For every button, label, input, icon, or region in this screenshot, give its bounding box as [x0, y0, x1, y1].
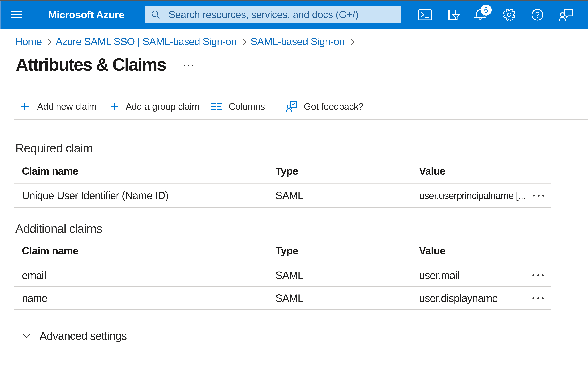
- additional-claims-table-header: Claim name Type Value: [14, 245, 551, 264]
- got-feedback-icon: [286, 101, 297, 112]
- help-button[interactable]: ?: [530, 1, 545, 29]
- svg-text:?: ?: [535, 10, 540, 19]
- feedback-button[interactable]: [558, 1, 574, 29]
- microsoft-azure-logo[interactable]: Microsoft Azure: [48, 1, 124, 29]
- breadcrumb-sso-app[interactable]: Azure SAML SSO | SAML-based Sign-on: [56, 35, 237, 48]
- cell-claim-name[interactable]: Unique User Identifier (Name ID): [22, 190, 275, 202]
- azure-portal-page: Microsoft Azure Search resources, servic…: [0, 0, 588, 372]
- search-placeholder: Search resources, services, and docs (G+…: [168, 9, 358, 20]
- columns-icon: [211, 102, 222, 111]
- bell-icon: 6: [472, 5, 495, 24]
- directory-filter-icon: [446, 9, 461, 21]
- cell-value: user.mail: [419, 269, 525, 281]
- toolbar-divider: [14, 119, 588, 120]
- gear-icon: [502, 8, 516, 21]
- add-new-claim-label: Add new claim: [37, 101, 97, 112]
- columns-button[interactable]: Columns: [211, 99, 265, 114]
- table-divider: [14, 207, 551, 208]
- got-feedback-button[interactable]: Got feedback?: [286, 99, 363, 114]
- add-group-claim-button[interactable]: Add a group claim: [110, 99, 200, 114]
- column-header-value[interactable]: Value: [419, 245, 525, 257]
- breadcrumb-chevron-icon: [351, 39, 355, 45]
- breadcrumb-chevron-icon: [48, 39, 52, 45]
- column-header-type[interactable]: Type: [275, 245, 419, 257]
- cell-claim-name[interactable]: name: [22, 292, 275, 304]
- table-divider: [14, 309, 551, 310]
- got-feedback-label: Got feedback?: [304, 101, 363, 112]
- directory-filter-button[interactable]: [446, 1, 461, 29]
- cloud-shell-button[interactable]: [418, 1, 432, 29]
- breadcrumb: Home Azure SAML SSO | SAML-based Sign-on…: [15, 35, 358, 48]
- required-claim-heading: Required claim: [15, 141, 93, 155]
- page-title: Attributes & Claims: [16, 54, 166, 75]
- additional-claims-heading: Additional claims: [15, 222, 102, 236]
- toolbar-separator: [274, 99, 274, 114]
- window-left-edge: [0, 1, 1, 29]
- search-icon: [151, 10, 160, 19]
- cell-claim-name[interactable]: email: [22, 269, 275, 281]
- columns-label: Columns: [229, 101, 265, 112]
- column-header-claim-name[interactable]: Claim name: [22, 165, 275, 177]
- required-claim-table-header: Claim name Type Value: [14, 165, 551, 183]
- cell-type: SAML: [275, 190, 419, 202]
- row-ellipsis-menu-icon[interactable]: [533, 296, 544, 301]
- advanced-settings-toggle[interactable]: Advanced settings: [23, 329, 127, 343]
- breadcrumb-home[interactable]: Home: [15, 35, 42, 48]
- help-icon: ?: [531, 8, 544, 21]
- plus-icon: [21, 103, 29, 110]
- cloud-shell-icon: [418, 9, 432, 20]
- portal-top-bar: Microsoft Azure Search resources, servic…: [0, 1, 588, 29]
- breadcrumb-chevron-icon: [243, 39, 246, 45]
- global-search-input[interactable]: Search resources, services, and docs (G+…: [145, 6, 401, 23]
- notification-badge: 6: [484, 6, 488, 14]
- table-row[interactable]: Unique User Identifier (Name ID) SAML us…: [14, 184, 551, 207]
- cell-type: SAML: [275, 292, 419, 304]
- chevron-down-icon: [23, 333, 31, 338]
- table-row[interactable]: email SAML user.mail: [14, 264, 551, 286]
- notifications-button[interactable]: 6: [472, 1, 495, 29]
- advanced-settings-label: Advanced settings: [39, 329, 127, 342]
- add-group-claim-label: Add a group claim: [126, 101, 200, 112]
- column-header-claim-name[interactable]: Claim name: [22, 245, 275, 257]
- settings-button[interactable]: [502, 1, 516, 29]
- required-claim-table: Claim name Type Value Unique User Identi…: [14, 165, 551, 208]
- breadcrumb-saml-signon[interactable]: SAML-based Sign-on: [251, 35, 345, 48]
- column-header-type[interactable]: Type: [275, 165, 419, 177]
- additional-claims-table: Claim name Type Value email SAML user.ma…: [14, 245, 551, 310]
- plus-icon: [110, 103, 118, 110]
- hamburger-menu-icon[interactable]: [11, 11, 22, 18]
- cell-value: user.displayname: [419, 292, 525, 304]
- column-header-value[interactable]: Value: [419, 165, 525, 177]
- cell-type: SAML: [275, 269, 419, 281]
- table-row[interactable]: name SAML user.displayname: [14, 287, 551, 309]
- feedback-icon: [558, 8, 574, 21]
- add-new-claim-button[interactable]: Add new claim: [21, 99, 97, 114]
- row-ellipsis-menu-icon[interactable]: [533, 193, 544, 198]
- row-ellipsis-menu-icon[interactable]: [533, 273, 544, 278]
- title-context-menu-icon[interactable]: [184, 62, 193, 69]
- cell-value: user.userprincipalname [...: [419, 190, 525, 201]
